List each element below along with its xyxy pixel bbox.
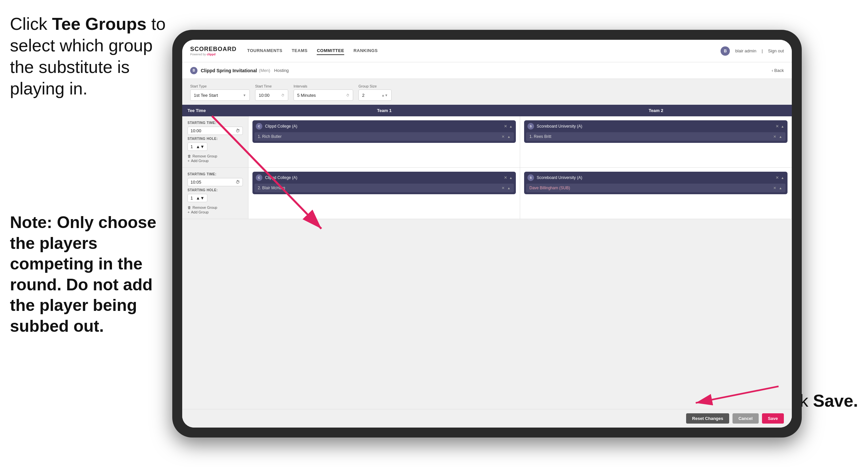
player-expand-1-1[interactable]: ▲ [507,135,510,139]
trash-icon-2: 🗑 [187,205,191,209]
remove-group-2[interactable]: 🗑 Remove Group [187,205,243,209]
tee-left-1: STARTING TIME: 10:00 ⏱ STARTING HOLE: 1 … [182,116,248,167]
tee-time-icon-1: ⏱ [236,128,240,133]
nav-rankings[interactable]: RANKINGS [353,47,378,55]
team2-name-row2: Scoreboard University (A) [537,175,773,180]
nav-tournaments[interactable]: TOURNAMENTS [247,47,282,55]
team2-icon-row2: S [527,174,534,181]
team2-card-row1[interactable]: S Scoreboard University (A) ✕ ▲ 1. Rees … [524,120,787,143]
team1-actions-row2: ✕ ▲ [504,175,513,180]
tournament-gender: (Men) [259,68,270,73]
settings-row: Start Type 1st Tee Start ▼ Start Time 10… [182,79,792,105]
hole-input-1[interactable]: 1 ▲▼ [187,143,207,151]
subheader: B Clippd Spring Invitational (Men) Hosti… [182,62,792,79]
tee-time-input-2[interactable]: 10:05 ⏱ [187,178,243,186]
group-size-input[interactable]: 2 ▲▼ [359,89,392,101]
tee-left-2: STARTING TIME: 10:05 ⏱ STARTING HOLE: 1 … [182,168,248,219]
th-tee-time: Tee Time [182,105,248,116]
team2-expand-row2[interactable]: ▲ [781,176,784,180]
team1-card-row2[interactable]: C Clippd College (A) ✕ ▲ 2. Blair McHarg… [252,172,516,194]
start-time-field: Start Time 10:00 ⏱ [255,84,288,101]
nav-links: TOURNAMENTS TEAMS COMMITTEE RANKINGS [247,47,720,55]
footer: Reset Changes Cancel Save [182,409,792,428]
note-block: Note: Only choosethe playerscompeting in… [0,212,192,337]
powered-by-text: Powered by clippd [190,53,237,56]
tee-time-input-1[interactable]: 10:00 ⏱ [187,126,243,135]
remove-group-1[interactable]: 🗑 Remove Group [187,154,243,158]
team1-cell-row2: C Clippd College (A) ✕ ▲ 2. Blair McHarg… [248,168,520,219]
starting-time-label-2: STARTING TIME: [187,172,243,176]
table-header: Tee Time Team 1 Team 2 [182,105,792,116]
reset-button[interactable]: Reset Changes [686,413,729,424]
cancel-button[interactable]: Cancel [733,413,759,424]
team1-card-row1[interactable]: C Clippd College (A) ✕ ▲ 1. Rich Butler … [252,120,516,143]
player-expand-2-1[interactable]: ▲ [779,135,782,139]
team2-expand-row1[interactable]: ▲ [781,125,784,128]
player-remove-1-2[interactable]: ✕ [502,186,504,190]
start-time-input[interactable]: 10:00 ⏱ [255,89,288,101]
trash-icon-1: 🗑 [187,154,191,158]
hole-chevron-2: ▲▼ [196,196,205,201]
team1-expand-row2[interactable]: ▲ [509,176,513,180]
team2-card-row2[interactable]: S Scoreboard University (A) ✕ ▲ Dave Bil… [524,172,787,194]
hole-input-2[interactable]: 1 ▲▼ [187,194,207,202]
team2-icon-row1: S [527,123,534,129]
team2-cell-row2: S Scoreboard University (A) ✕ ▲ Dave Bil… [520,168,792,219]
save-button[interactable]: Save [762,413,784,424]
nav-right: B blair admin | Sign out [720,47,784,56]
tee-row-1: STARTING TIME: 10:00 ⏱ STARTING HOLE: 1 … [182,116,792,168]
user-name: blair admin [735,49,756,53]
tee-row-2: STARTING TIME: 10:05 ⏱ STARTING HOLE: 1 … [182,168,792,219]
start-time-label: Start Time [255,84,288,88]
intervals-input[interactable]: 5 Minutes ⏱ [293,89,353,101]
team2-remove-row2[interactable]: ✕ [776,175,779,180]
group-size-field: Group Size 2 ▲▼ [359,84,392,101]
player-name-2-2: Dave Billingham (SUB) [529,185,771,190]
starting-hole-label-1: STARTING HOLE: [187,137,243,141]
team1-expand-row1[interactable]: ▲ [509,125,513,128]
player-remove-1-1[interactable]: ✕ [502,135,504,139]
start-type-field: Start Type 1st Tee Start ▼ [190,84,250,101]
team1-actions-row1: ✕ ▲ [504,124,513,128]
nav-committee[interactable]: COMMITTEE [317,47,344,55]
team2-actions-row2: ✕ ▲ [776,175,784,180]
plus-icon-1: + [187,159,189,163]
add-group-2[interactable]: + Add Group [187,210,243,214]
sign-out-link[interactable]: Sign out [768,49,784,53]
team2-header-row2: S Scoreboard University (A) ✕ ▲ [524,172,787,184]
player-name-1-2: 2. Blair McHarg [258,185,499,190]
team1-remove-row2[interactable]: ✕ [504,175,507,180]
starting-hole-label-2: STARTING HOLE: [187,188,243,192]
tournament-name: Clippd Spring Invitational [201,68,257,73]
group-size-label: Group Size [359,84,392,88]
intervals-label: Intervals [293,84,353,88]
th-team2: Team 2 [520,105,792,116]
player-remove-2-1[interactable]: ✕ [773,135,776,139]
start-type-chevron: ▼ [243,93,246,97]
intervals-field: Intervals 5 Minutes ⏱ [293,84,353,101]
add-group-1[interactable]: + Add Group [187,159,243,163]
player-name-1-1: 1. Rich Butler [258,134,499,139]
player-name-2-1: 1. Rees Britt [529,134,771,139]
logo: SCOREBOARD Powered by clippd [190,46,237,56]
nav-teams[interactable]: TEAMS [291,47,307,55]
team1-name-row1: Clippd College (A) [265,124,501,128]
user-avatar: B [720,47,730,56]
team1-icon-row1: C [256,123,262,129]
team2-header-row1: S Scoreboard University (A) ✕ ▲ [524,120,787,132]
th-team1: Team 1 [248,105,520,116]
player-expand-2-2[interactable]: ▲ [779,186,782,190]
team2-remove-row1[interactable]: ✕ [776,124,779,128]
back-link[interactable]: ‹ Back [772,68,784,73]
nav-separator: | [762,49,763,53]
start-type-input[interactable]: 1st Tee Start ▼ [190,89,250,101]
player-expand-1-2[interactable]: ▲ [507,186,510,190]
player-row-1-2: 2. Blair McHarg ✕ ▲ [254,184,514,192]
tablet-screen: SCOREBOARD Powered by clippd TOURNAMENTS… [182,40,792,428]
team1-header-row1: C Clippd College (A) ✕ ▲ [252,120,516,132]
team1-remove-row1[interactable]: ✕ [504,124,507,128]
group-size-chevron: ▲▼ [381,93,388,97]
breadcrumb-icon: B [190,67,197,74]
player-row-2-2: Dave Billingham (SUB) ✕ ▲ [526,184,785,192]
player-remove-2-2[interactable]: ✕ [773,186,776,190]
